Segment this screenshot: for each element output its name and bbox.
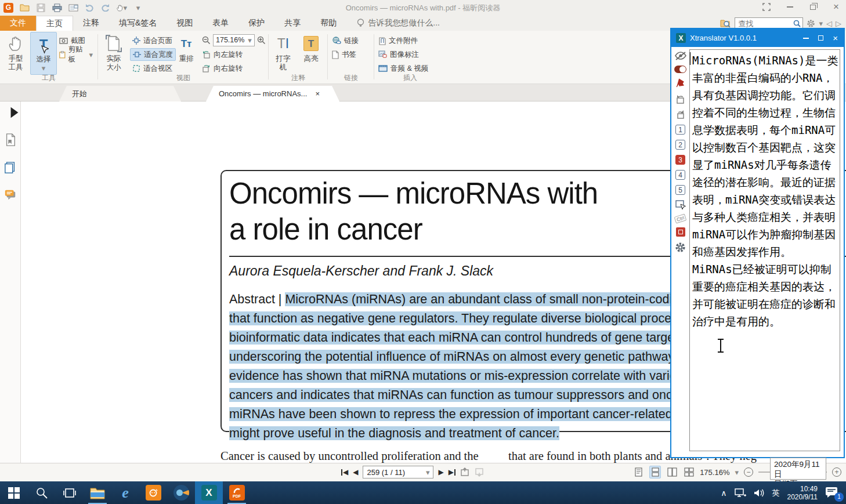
speaker-icon[interactable] (754, 488, 765, 498)
hand-pointer-dropdown[interactable]: ▾ (117, 2, 127, 13)
settings-gear-icon[interactable] (675, 242, 686, 253)
file-attachment-button[interactable]: 文件附件 (376, 34, 420, 47)
zoom-out-icon[interactable] (202, 36, 211, 45)
xtranslator-minimize-button[interactable] (803, 38, 809, 39)
email-button[interactable] (68, 2, 78, 13)
tab-start[interactable]: 开始 (59, 86, 181, 101)
dropdown-icon[interactable]: ▾ (735, 468, 739, 477)
select-tool-button[interactable]: T 选择 ▾ (30, 32, 57, 75)
selected-text[interactable]: miRNAs have been shown to repress the ex… (229, 407, 734, 421)
bookmarks-panel-icon[interactable] (4, 133, 17, 146)
file-explorer-button[interactable] (84, 481, 111, 504)
zoom-value-field[interactable]: 175.16% ▾ (213, 34, 255, 46)
tab-document[interactable]: Oncomirs — microRNAs... × (206, 86, 339, 101)
gear-icon[interactable] (807, 19, 815, 28)
next-search-icon[interactable]: ▷ (836, 19, 841, 28)
selected-text[interactable]: MicroRNAs (miRNAs) are an abundant class… (285, 292, 722, 306)
taskbar-clock[interactable]: 10:49 2020/9/11 (787, 485, 818, 501)
highlight-button[interactable]: T 高亮 (298, 32, 324, 75)
taskbar-search-button[interactable] (28, 481, 56, 504)
pin-icon[interactable] (675, 78, 685, 89)
typewriter-button[interactable]: TI 打字机 (270, 32, 296, 75)
save-button[interactable] (35, 2, 46, 13)
zoom-in-button[interactable]: + (832, 467, 841, 477)
close-button[interactable]: × (829, 1, 844, 13)
action-center-button[interactable]: 1 (825, 487, 840, 499)
task-view-button[interactable] (56, 481, 84, 504)
menu-share[interactable]: 共享 (274, 16, 310, 31)
search-icon[interactable] (793, 20, 801, 27)
preset-5-button[interactable]: 5 (675, 185, 685, 195)
rotate-left-button[interactable]: 向左旋转 (200, 48, 245, 61)
last-page-button[interactable]: ▶ (449, 468, 455, 476)
internet-explorer-button[interactable]: e (111, 481, 139, 504)
menu-comment[interactable]: 注释 (73, 16, 109, 31)
selected-text[interactable]: might prove useful in the diagnosis and … (229, 426, 559, 440)
menu-view[interactable]: 视图 (167, 16, 203, 31)
tab-close-icon[interactable]: × (315, 89, 320, 98)
fit-width-button[interactable]: 适合宽度 (130, 48, 176, 61)
menu-form[interactable]: 表单 (203, 16, 238, 31)
network-icon[interactable] (735, 488, 746, 498)
menu-protect[interactable]: 保护 (238, 16, 274, 31)
previous-page-button[interactable]: ◀ (353, 468, 358, 476)
ctrl-shortcut-icon[interactable]: Ctrl (674, 213, 686, 223)
dropdown-icon[interactable]: ▾ (819, 19, 823, 28)
capture-window-icon[interactable] (675, 200, 686, 210)
next-page-button[interactable]: ▶ (438, 468, 443, 476)
selected-text[interactable]: cancers and indicates that miRNAs can fu… (229, 388, 717, 402)
article-title[interactable]: Oncomirs — microRNAs with a role in canc… (229, 176, 598, 248)
show-hidden-icons-button[interactable]: ∧ (721, 488, 726, 498)
menu-help[interactable]: 帮助 (310, 16, 346, 31)
first-page-button[interactable]: ◀ (341, 468, 348, 476)
selected-text[interactable]: underscoring the potential influence of … (229, 350, 720, 364)
xtranslator-titlebar[interactable]: X Xtranslator V1.0.0.1 × (671, 29, 844, 47)
rotate-window-left-icon[interactable] (675, 95, 686, 104)
selected-text[interactable]: bioinformatic data indicates that each m… (229, 331, 688, 345)
maximize-button[interactable] (805, 1, 820, 13)
abstract-text[interactable]: Abstract | MicroRNAs (miRNAs) are an abu… (229, 290, 734, 443)
print-button[interactable] (52, 2, 62, 13)
facing-layout-button[interactable] (666, 466, 678, 478)
next-view-icon[interactable] (475, 467, 485, 477)
reflow-button[interactable]: Tт 重排 (174, 32, 198, 75)
abstract-label[interactable]: Abstract | (229, 292, 285, 306)
menu-fill-sign[interactable]: 填写&签名 (109, 16, 167, 31)
continuous-layout-button[interactable] (649, 466, 661, 478)
body-column-left[interactable]: Cancer is caused by uncontrolled prolife… (220, 449, 479, 463)
prev-search-icon[interactable]: ◁ (826, 19, 832, 28)
copy-window-icon[interactable] (676, 227, 685, 237)
hide-eye-icon[interactable] (675, 52, 686, 60)
xtranslator-taskbar-button[interactable]: X (195, 481, 223, 504)
preset-2-button[interactable]: 2 (675, 140, 685, 150)
expand-panel-icon[interactable] (8, 106, 21, 119)
open-file-button[interactable] (19, 2, 30, 13)
customize-toolbar-button[interactable]: ▾ (133, 2, 143, 13)
chat-app-button[interactable] (139, 481, 167, 504)
image-annotation-button[interactable]: 图像标注 (376, 48, 421, 61)
zoom-out-button[interactable]: − (744, 467, 753, 477)
article-authors[interactable]: Aurora Esquela-Kerscher and Frank J. Sla… (229, 263, 493, 279)
search-folder-icon[interactable] (720, 19, 731, 28)
menu-file[interactable]: 文件 (0, 16, 36, 31)
selected-text[interactable]: evidence has shown that miRNA mutations … (229, 369, 731, 383)
single-page-layout-button[interactable] (632, 466, 644, 478)
minimize-button[interactable] (782, 1, 797, 13)
actual-size-button[interactable]: 实际大小 (100, 32, 128, 75)
link-button[interactable]: 链接 (330, 34, 361, 47)
translate-toggle[interactable] (674, 66, 686, 73)
translation-text-area[interactable]: MicroRNAs(MiRNAs)是一类丰富的非蛋白编码的小RNA，具有负基因调… (689, 49, 840, 451)
thumbnails-panel-icon[interactable] (4, 161, 17, 174)
preset-4-button[interactable]: 4 (675, 170, 685, 180)
find-input[interactable] (737, 19, 793, 28)
start-button[interactable] (0, 481, 28, 504)
previous-view-icon[interactable] (460, 467, 470, 477)
facing-continuous-layout-button[interactable] (683, 466, 695, 478)
xtranslator-maximize-button[interactable] (818, 35, 823, 41)
zoom-in-icon[interactable] (257, 36, 266, 45)
layout-switch-button[interactable] (759, 1, 774, 13)
page-number-field[interactable]: 259 (1 / 11) ▾ (363, 466, 433, 478)
foxit-taskbar-button[interactable]: PDF (223, 481, 251, 504)
menu-home[interactable]: 主页 (36, 16, 73, 31)
xtranslator-window[interactable]: X Xtranslator V1.0.0.1 × 1 2 3 4 5 Ctrl … (670, 28, 845, 458)
